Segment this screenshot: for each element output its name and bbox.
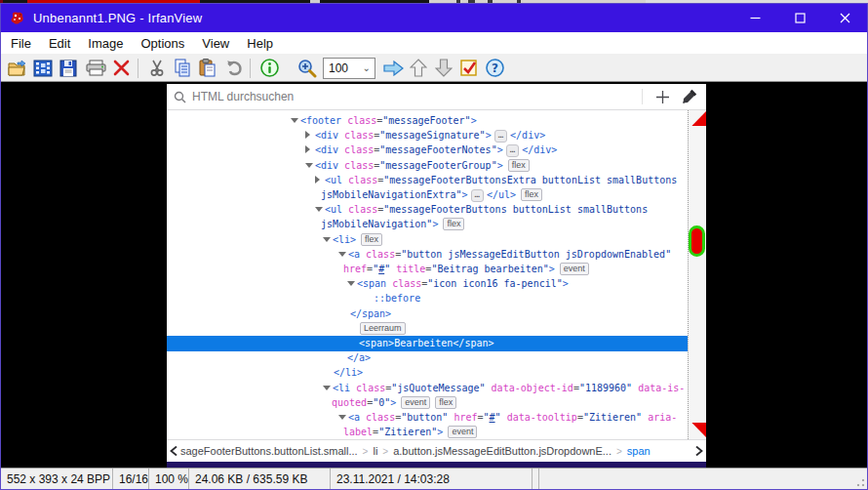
- code-av: "messageFooterButtonsExtra buttonList sm…: [383, 175, 677, 185]
- menu-image[interactable]: Image: [79, 34, 132, 53]
- dom-tree-node-selected[interactable]: <span>Bearbeiten</span>: [167, 336, 688, 351]
- breadcrumb-item[interactable]: li: [373, 445, 377, 457]
- dom-tree-node[interactable]: jsMobileNavigationExtra">…</ul>flex: [167, 187, 688, 203]
- arrow-up-icon[interactable]: [407, 57, 430, 80]
- dom-tree-node[interactable]: <a class="button jsMessageEditButton jsD…: [167, 247, 688, 263]
- arrow-down-icon[interactable]: [432, 57, 455, 80]
- collapse-arrow-icon[interactable]: [291, 118, 298, 123]
- devtools-scrollbar[interactable]: [688, 110, 706, 439]
- open-folder-icon[interactable]: [6, 57, 29, 80]
- breadcrumb-item[interactable]: span: [627, 445, 651, 457]
- menu-edit[interactable]: Edit: [40, 34, 79, 53]
- dom-tree-node[interactable]: ::before: [167, 291, 688, 306]
- dom-tree-node[interactable]: Leerraum: [167, 321, 688, 337]
- dom-tree-node[interactable]: jsMobileNavigation">flex: [167, 217, 688, 232]
- breadcrumb-scroll-right-icon[interactable]: [692, 440, 706, 462]
- zoom-level-combobox[interactable]: 100 ⌄: [323, 58, 375, 79]
- code-t: <footer: [300, 115, 347, 126]
- zoom-icon[interactable]: [296, 57, 319, 80]
- dom-tree-node[interactable]: </a>: [167, 350, 688, 366]
- menu-view[interactable]: View: [193, 34, 238, 53]
- collapse-arrow-icon[interactable]: [323, 237, 331, 242]
- code-av: "Beitrag bearbeiten": [431, 264, 548, 274]
- dom-tree-node[interactable]: </li>: [167, 365, 688, 381]
- collapse-arrow-icon[interactable]: [338, 252, 346, 257]
- code-av: "1189960": [579, 383, 638, 393]
- collapsed-content-badge[interactable]: …: [506, 144, 519, 157]
- scrollbar-thumb-highlighted[interactable]: [689, 225, 705, 257]
- collapse-arrow-icon[interactable]: [338, 415, 346, 420]
- dom-tree-node[interactable]: <li>flex: [167, 232, 688, 248]
- dom-tree-node[interactable]: <footer class="messageFooter">: [167, 113, 688, 129]
- dom-tree-node[interactable]: </span>: [167, 306, 688, 322]
- resize-grip[interactable]: [853, 475, 865, 487]
- code-an: class: [348, 204, 377, 215]
- collapse-arrow-icon[interactable]: [305, 163, 313, 168]
- expand-arrow-icon[interactable]: [305, 131, 310, 139]
- expand-arrow-icon[interactable]: [315, 176, 320, 184]
- maximize-button[interactable]: [777, 4, 822, 32]
- collapse-arrow-icon[interactable]: [323, 386, 331, 390]
- search-input[interactable]: HTML durchsuchen: [192, 90, 294, 103]
- menu-options[interactable]: Options: [133, 34, 194, 53]
- expand-arrow-icon[interactable]: [305, 145, 310, 153]
- save-icon[interactable]: [57, 57, 80, 80]
- menu-help[interactable]: Help: [238, 34, 282, 53]
- dom-tree-node[interactable]: <div class="messageFooterNotes">…</div>: [167, 143, 688, 158]
- code-t: >: [497, 160, 503, 171]
- displayed-image-devtools-inspector: HTML durchsuchen <footer class="messageF…: [167, 84, 706, 467]
- dom-tree-node[interactable]: href="#" title="Beitrag bearbeiten">even…: [167, 262, 688, 277]
- code-t: >: [471, 115, 477, 126]
- paste-icon[interactable]: [196, 57, 219, 80]
- collapse-arrow-icon[interactable]: [347, 281, 355, 286]
- dom-tree-node[interactable]: <ul class="messageFooterButtons buttonLi…: [167, 202, 688, 218]
- image-canvas[interactable]: HTML durchsuchen <footer class="messageF…: [1, 82, 867, 468]
- delete-icon[interactable]: [109, 57, 133, 80]
- dom-tree-node[interactable]: label="Zitieren">event: [167, 425, 688, 439]
- batch-check-icon[interactable]: [457, 57, 481, 80]
- code-t: >: [462, 189, 468, 200]
- code-t: <div: [315, 130, 344, 141]
- add-node-icon[interactable]: [655, 90, 670, 104]
- code-av: jsMobileNavigationExtra": [321, 189, 462, 200]
- code-an: class: [392, 278, 421, 289]
- dom-tree-node[interactable]: <div class="messageSignature">…</div>: [167, 128, 688, 143]
- collapse-arrow-icon[interactable]: [315, 207, 323, 212]
- dom-tree-node[interactable]: <a class="button" href="#" data-tooltip=…: [167, 410, 688, 426]
- undo-icon[interactable]: [221, 57, 245, 80]
- info-icon[interactable]: [257, 57, 281, 80]
- badge-flex: flex: [521, 188, 542, 201]
- code-t: >: [486, 130, 492, 141]
- thumbnails-icon[interactable]: [31, 57, 55, 80]
- dom-tree-node[interactable]: <span class="icon icon16 fa-pencil">: [167, 276, 688, 292]
- cut-icon[interactable]: [145, 57, 169, 80]
- eyedropper-icon[interactable]: [682, 89, 697, 104]
- dom-tree-node[interactable]: quoted="0">eventflex: [167, 395, 688, 411]
- close-button[interactable]: [822, 4, 867, 32]
- breadcrumb-scroll-left-icon[interactable]: [167, 440, 180, 462]
- breadcrumb-item[interactable]: a.button.jsMessageEditButton.jsDropdownE…: [393, 445, 612, 457]
- print-icon[interactable]: [84, 57, 107, 80]
- breadcrumb-item[interactable]: sageFooterButtons.buttonList.small...: [180, 445, 358, 457]
- collapsed-content-badge[interactable]: …: [471, 189, 484, 202]
- code-t: </a>: [347, 352, 371, 363]
- collapsed-content-badge[interactable]: …: [494, 130, 507, 143]
- copy-icon[interactable]: [171, 57, 194, 80]
- code-an: href: [454, 412, 477, 423]
- help-icon[interactable]: ?: [483, 57, 506, 80]
- code-av: "icon icon16 fa-pencil": [427, 278, 562, 289]
- arrow-right-icon[interactable]: [381, 57, 405, 80]
- chevron-down-icon[interactable]: ⌄: [363, 62, 375, 73]
- red-marker-bottom: [690, 423, 706, 438]
- devtools-search-bar[interactable]: HTML durchsuchen: [167, 84, 706, 110]
- title-bar[interactable]: Unbenannt1.PNG - IrfanView: [1, 4, 867, 32]
- badge-event: event: [401, 396, 430, 409]
- minimize-button[interactable]: [732, 4, 777, 32]
- dom-tree-node[interactable]: <li class="jsQuoteMessage" data-object-i…: [167, 381, 688, 396]
- menu-file[interactable]: File: [2, 34, 40, 53]
- dom-tree-node[interactable]: <ul class="messageFooterButtonsExtra but…: [167, 173, 688, 188]
- code-t: >: [563, 278, 569, 289]
- dom-tree-node[interactable]: <div class="messageFooterGroup">flex: [167, 158, 688, 174]
- status-bar: 552 x 393 x 24 BPP16/16100 %24.06 KB / 6…: [1, 468, 867, 489]
- code-an: data-is-: [638, 383, 685, 393]
